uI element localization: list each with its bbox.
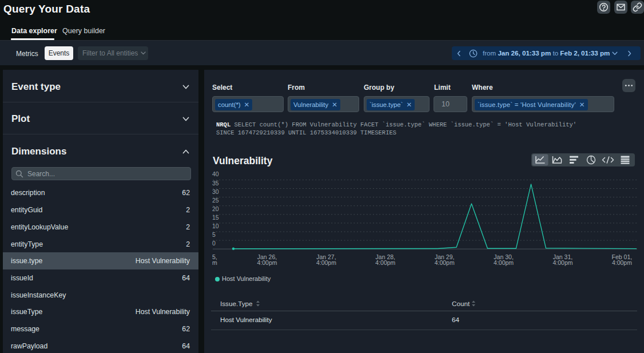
- svg-text:4:00pm: 4:00pm: [552, 259, 573, 266]
- svg-text:m: m: [212, 259, 217, 266]
- svg-text:5: 5: [212, 231, 216, 238]
- svg-text:10: 10: [212, 223, 219, 229]
- svg-text:15: 15: [212, 214, 219, 221]
- svg-text:35: 35: [212, 180, 219, 187]
- svg-text:20: 20: [212, 205, 219, 212]
- svg-text:4:00pm: 4:00pm: [316, 259, 336, 266]
- svg-text:4:00pm: 4:00pm: [612, 259, 632, 266]
- svg-text:0: 0: [212, 240, 216, 247]
- svg-text:40: 40: [212, 170, 219, 177]
- svg-text:4:00pm: 4:00pm: [494, 259, 514, 266]
- svg-text:30: 30: [212, 188, 219, 195]
- svg-text:4:00pm: 4:00pm: [375, 259, 395, 266]
- svg-text:25: 25: [212, 197, 219, 204]
- svg-text:4:00pm: 4:00pm: [257, 259, 277, 266]
- svg-text:4:00pm: 4:00pm: [435, 259, 455, 266]
